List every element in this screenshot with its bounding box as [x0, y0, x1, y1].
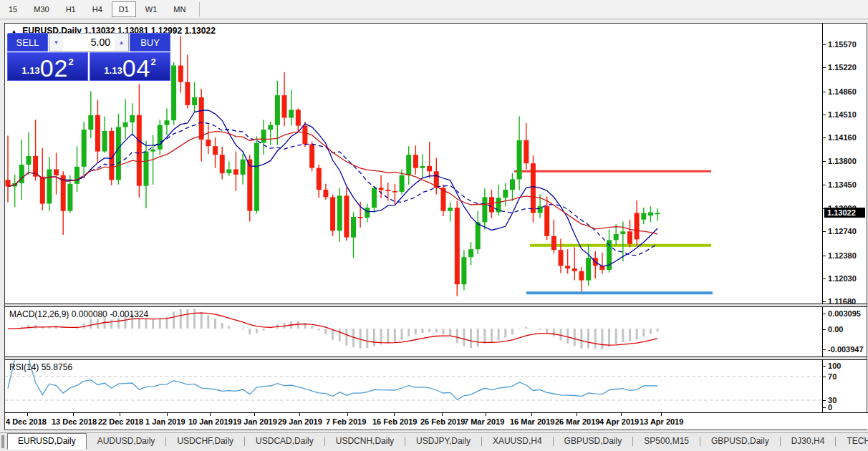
sell-price-sup: 2: [68, 57, 73, 67]
chart-tab-gbpusd-daily[interactable]: GBPUSD,Daily: [700, 433, 780, 450]
date-axis-label: 4 Apr 2019: [599, 417, 639, 426]
date-tick: [531, 413, 532, 416]
date-tick: [486, 413, 486, 416]
chart-tab-audusd-daily[interactable]: AUDUSD,Daily: [87, 433, 166, 450]
chart-tab-xauusd-h4[interactable]: XAUUSD,H4: [482, 433, 553, 450]
date-tick: [73, 413, 74, 416]
date-axis: 4 Dec 201813 Dec 201822 Dec 20181 Jan 20…: [5, 412, 868, 430]
macd-axis-label: -0.003947: [828, 345, 864, 354]
date-tick: [120, 413, 120, 416]
rsi-line: [8, 360, 657, 399]
volume-decrease-icon[interactable]: ▼: [49, 34, 63, 51]
price-tick: [823, 115, 826, 115]
macd-panel: MACD(12,26,9) 0.000080 -0.001324 0.00309…: [5, 307, 867, 357]
toolbar-separator: [199, 2, 200, 16]
price-tick: [823, 137, 826, 138]
tabs-holder: EURUSD,DailyAUDUSD,DailyUSDCHF,DailyUSDC…: [7, 433, 868, 450]
chart-tab-usdjpy-daily[interactable]: USDJPY,Daily: [405, 433, 481, 450]
price-axis-label: 1.14160: [828, 133, 857, 142]
sell-price-prefix: 1.13: [21, 65, 39, 76]
timeframe-button-15[interactable]: 15: [1, 1, 24, 17]
rsi-tick: [823, 366, 826, 367]
date-axis-label: 26 Mar 2019: [555, 417, 599, 426]
trading-terminal: 15M30H1H4D1W1MN ▲ EURUSD,Daily 1.13032 1…: [0, 0, 868, 451]
price-tick: [823, 92, 826, 92]
price-tick: [823, 301, 826, 302]
rsi-axis-label: 70: [828, 372, 836, 381]
rsi-axis-label: 0: [828, 403, 832, 412]
current-price-tag: 1.13022: [824, 208, 865, 218]
date-tick: [299, 413, 300, 416]
price-axis: 1.13022 1.155701.152201.148601.145101.14…: [823, 24, 867, 304]
one-click-trading-panel: SELL ▼ 5.00 ▲ BUY 1.13 02 2: [7, 33, 170, 81]
date-axis-label: 29 Jan 2019: [278, 417, 322, 426]
date-tick: [167, 413, 168, 416]
price-axis-label: 1.13800: [828, 157, 857, 165]
chart-tab-usdchf-daily[interactable]: USDCHF,Daily: [166, 433, 244, 450]
rsi-chart: [5, 360, 823, 412]
buy-price-prefix: 1.13: [104, 65, 122, 76]
date-axis-label: 26 Feb 2019: [420, 417, 465, 426]
rsi-axis: 10070300: [823, 360, 867, 412]
price-tick: [823, 256, 826, 256]
date-axis-label: 4 Dec 2018: [6, 417, 47, 426]
timeframe-button-d1[interactable]: D1: [112, 1, 136, 17]
macd-signal-value: -0.001324: [110, 309, 148, 319]
volume-input[interactable]: 5.00: [63, 34, 115, 51]
timeframe-toolbar: 15M30H1H4D1W1MN: [0, 0, 868, 19]
sell-button[interactable]: SELL: [7, 33, 48, 52]
rsi-title: RSI(14) 55.8756: [9, 362, 72, 372]
chart-tab-usdcad-daily[interactable]: USDCAD,Daily: [245, 433, 324, 450]
chart-tab-usdcnh-daily[interactable]: USDCNH,Daily: [325, 433, 405, 450]
rsi-tick: [823, 400, 826, 401]
date-tick: [394, 413, 395, 416]
price-plot-area[interactable]: ▲ EURUSD,Daily 1.13032 1.13081 1.12992 1…: [5, 24, 823, 304]
price-axis-label: 1.15220: [828, 63, 857, 72]
macd-label: MACD(12,26,9): [9, 309, 69, 319]
chart-tab-sp500-m15[interactable]: SP500,M15: [633, 433, 700, 450]
chart-tab-gbpusd-daily[interactable]: GBPUSD,Daily: [554, 433, 633, 450]
buy-price-tile[interactable]: 1.13 04 2: [90, 52, 170, 81]
price-axis-label: 1.14510: [828, 110, 857, 119]
price-axis-label: 1.14860: [828, 87, 857, 96]
date-tick: [442, 413, 443, 416]
date-axis-label: 19 Jan 2019: [233, 417, 277, 426]
macd-title: MACD(12,26,9) 0.000080 -0.001324: [9, 309, 148, 319]
timeframe-button-m30[interactable]: M30: [26, 1, 56, 17]
macd-axis-label: 0.00: [828, 325, 843, 334]
sell-price-tile[interactable]: 1.13 02 2: [7, 52, 88, 81]
rsi-plot-area[interactable]: RSI(14) 55.8756: [5, 360, 823, 412]
price-axis-label: 1.15570: [828, 40, 857, 49]
date-axis-label: 22 Dec 2018: [98, 417, 143, 426]
volume-increase-icon[interactable]: ▲: [115, 34, 128, 51]
price-tick: [823, 161, 826, 162]
tabbar-grip-icon[interactable]: [1, 435, 4, 448]
timeframe-button-h4[interactable]: H4: [85, 1, 110, 17]
volume-spinner: ▼ 5.00 ▲: [49, 33, 129, 52]
timeframe-button-w1[interactable]: W1: [138, 1, 165, 17]
macd-main-value: 0.000080: [72, 309, 107, 319]
macd-tick: [823, 329, 826, 330]
timeframe-button-mn[interactable]: MN: [166, 1, 193, 17]
price-tick: [823, 67, 826, 68]
timeframe-button-h1[interactable]: H1: [59, 1, 83, 17]
macd-plot-area[interactable]: MACD(12,26,9) 0.000080 -0.001324: [5, 307, 823, 357]
date-tick: [621, 413, 622, 416]
chart-tab-eurusd-daily[interactable]: EURUSD,Daily: [7, 433, 87, 450]
price-axis-label: 1.11680: [828, 297, 856, 306]
chart-window: ▲ EURUSD,Daily 1.13032 1.13081 1.12992 1…: [4, 23, 867, 430]
price-axis-label: 1.12740: [828, 227, 857, 236]
date-axis-label: 7 Mar 2019: [464, 417, 504, 426]
rsi-axis-label: 100: [828, 362, 841, 370]
date-axis-label: 10 Jan 2019: [188, 417, 233, 426]
rsi-value: 55.8756: [42, 362, 72, 372]
chart-tab-tech100-h1[interactable]: TECH100,H1: [836, 433, 868, 450]
date-axis-label: 1 Jan 2019: [145, 417, 185, 426]
chart-tab-dj30-h4[interactable]: DJ30,H4: [781, 433, 836, 450]
buy-button[interactable]: BUY: [130, 33, 170, 52]
rsi-tick: [823, 407, 826, 408]
rsi-label: RSI(14): [9, 362, 39, 372]
price-tick: [823, 278, 826, 279]
macd-tick: [823, 349, 826, 350]
date-tick: [347, 413, 348, 416]
